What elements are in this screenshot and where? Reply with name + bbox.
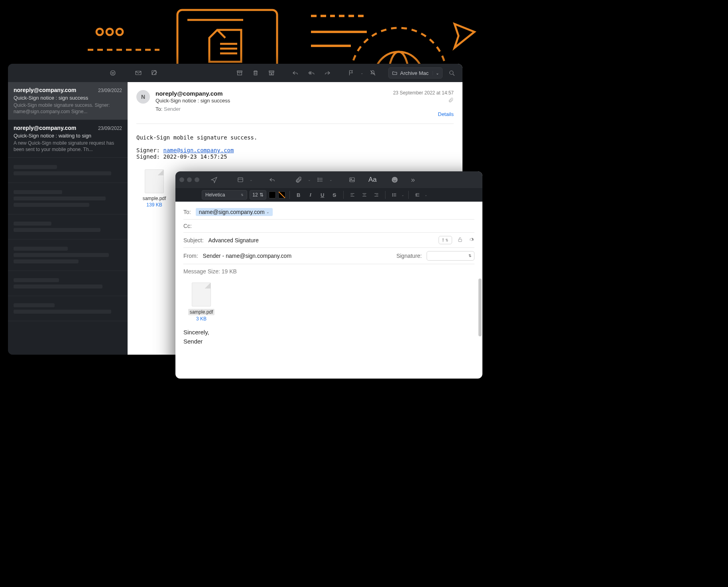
mute-icon[interactable] [366,67,380,79]
to-field[interactable]: To: name@sign.company.com⌄ [183,205,474,220]
svg-point-58 [392,196,393,196]
decorative-lines [307,8,371,56]
reply-all-icon[interactable] [305,67,318,79]
chevron-updown-icon: ⇅ [260,192,264,198]
recipient-chip[interactable]: name@sign.company.com⌄ [196,208,273,216]
photo-icon[interactable] [345,174,359,186]
message-date: 23/09/2022 [98,126,122,131]
signature-label: Signature: [396,253,422,259]
message-subject-line: Quick-Sign notice : sign success [155,98,388,104]
message-item[interactable]: noreply@company.com 23/09/2022 Quick-Sig… [8,82,128,120]
svg-point-17 [110,71,115,75]
strike-button[interactable]: S [330,190,339,199]
svg-line-33 [453,74,455,76]
flag-icon[interactable] [344,67,358,79]
format-icon[interactable]: Aa [368,174,377,186]
signature-line: Sender [183,338,474,345]
svg-rect-65 [458,239,462,241]
overflow-icon[interactable]: » [406,174,420,186]
bg-color-swatch[interactable] [278,191,285,198]
message-sender: noreply@company.com [14,87,76,93]
message-from: noreply@company.com [155,90,388,97]
compose-toolbar: ⌄ ⌄ ⌄ Aa » Helvetica ⇅ 12 ⇅ [175,171,482,202]
scrollbar[interactable] [478,279,482,375]
sidebar-menu-icon[interactable] [106,67,120,79]
message-size: Message Size: 19 KB [175,264,482,279]
compose-body[interactable]: sample.pdf 3 KB Sincerely, Sender [175,279,482,379]
message-subject: Quick-Sign notice : waiting to sign [14,133,122,139]
format-bar: Helvetica ⇅ 12 ⇅ B I U S ⌄ [175,188,482,202]
align-left-button[interactable] [348,190,357,199]
align-right-button[interactable] [372,190,381,199]
message-preview: Quick-Sign mobile signature success. Sig… [14,102,122,115]
message-sender: noreply@company.com [14,125,76,131]
svg-line-31 [370,71,375,75]
signer-email-link[interactable]: name@sign.company.com [163,147,234,153]
message-item-placeholder [8,240,128,271]
message-date-full: 23 September 2022 at 14:57 [393,90,454,96]
details-link[interactable]: Details [393,111,454,117]
font-size: 12 [252,192,258,198]
compose-icon[interactable] [148,67,161,79]
reply-icon[interactable] [289,67,302,79]
svg-point-2 [116,29,123,35]
emoji-icon[interactable] [388,174,401,186]
attachment-tile[interactable]: sample.pdf 139 KB [136,169,172,208]
message-item-placeholder [8,214,128,240]
compose-attachment-tile[interactable]: sample.pdf 3 KB [183,283,219,322]
message-item[interactable]: noreply@company.com 23/09/2022 Quick-Sig… [8,120,128,158]
indent-button[interactable] [413,190,422,199]
message-header: N noreply@company.com Quick-Sign notice … [136,90,454,124]
cc-field[interactable]: Cc: [183,220,474,233]
attachment-size: 139 KB [136,202,172,208]
font-select[interactable]: Helvetica ⇅ [202,190,247,200]
junk-icon[interactable] [265,67,278,79]
font-size-select[interactable]: 12 ⇅ [250,190,266,200]
message-item-placeholder [8,158,128,183]
svg-point-40 [318,179,319,180]
underline-button[interactable]: U [318,190,327,199]
compose-fields: To: name@sign.company.com⌄ Cc: Subject: … [175,202,482,264]
attachment-name: sample.pdf [136,196,172,201]
message-list-sidebar: noreply@company.com 23/09/2022 Quick-Sig… [8,64,128,355]
window-controls[interactable] [179,177,199,182]
subject-field[interactable]: Subject: Advanced Signature !⇅ [183,233,474,248]
from-field[interactable]: From: Sender - name@sign.company.com Sig… [183,248,474,264]
from-label: From: [183,253,198,259]
forward-icon[interactable] [321,67,334,79]
priority-select[interactable]: !⇅ [439,236,452,244]
italic-button[interactable]: I [306,190,315,199]
chevron-updown-icon: ⇅ [241,193,244,197]
message-subject: Quick-Sign notice : sign success [14,95,122,101]
header-fields-icon[interactable] [234,174,247,186]
message-item-placeholder [8,296,128,321]
text-color-swatch[interactable] [269,191,276,198]
list-icon[interactable] [313,174,327,186]
cc-label: Cc: [183,223,192,229]
signature-select[interactable]: ⇅ [427,251,474,261]
search-icon[interactable] [445,67,458,79]
reply-icon[interactable] [266,174,279,186]
gear-icon[interactable] [468,236,474,244]
attachment-name: sample.pdf [188,309,215,315]
folder-select[interactable]: Archive Mac ⌄ [388,67,443,79]
bullets-button[interactable] [390,190,399,199]
lock-icon[interactable] [457,236,463,244]
subject-value: Advanced Signature [209,237,434,243]
svg-rect-24 [238,72,242,75]
archive-icon[interactable] [233,67,246,79]
attach-icon[interactable] [292,174,305,186]
svg-point-32 [450,71,453,75]
signature-block: Sincerely, Sender [183,329,474,345]
align-center-button[interactable] [360,190,369,199]
decorative-background [88,8,167,56]
signature-line: Sincerely, [183,329,474,336]
send-icon[interactable] [207,174,221,186]
svg-point-0 [96,29,103,35]
bold-button[interactable]: B [294,190,303,199]
message-list: noreply@company.com 23/09/2022 Quick-Sig… [8,82,128,355]
attachment-indicator-icon [393,97,454,104]
svg-point-41 [318,181,319,182]
mail-icon[interactable] [132,67,145,79]
trash-icon[interactable] [249,67,262,79]
